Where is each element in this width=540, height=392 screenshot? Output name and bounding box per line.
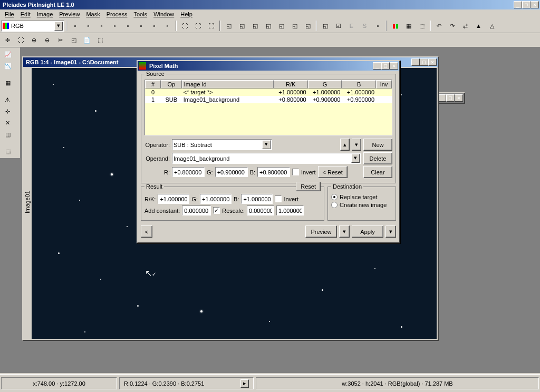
tool-btn[interactable]: ▫ (135, 20, 147, 32)
win2-min[interactable]: _ (438, 94, 446, 102)
tool-btn[interactable]: ⬚ (416, 20, 428, 32)
rgb-grid-icon[interactable]: ▦ (402, 20, 414, 32)
readout-icon[interactable]: ✛ (2, 34, 14, 46)
status-scroll-icon[interactable]: ▸ (240, 379, 249, 388)
col-inv[interactable]: Inv (376, 80, 392, 89)
dlg-min[interactable]: _ (373, 62, 381, 70)
menu-file[interactable]: File (2, 11, 17, 18)
create-radio[interactable] (331, 202, 338, 208)
side-tool[interactable]: ◫ (2, 129, 14, 140)
replace-radio[interactable] (331, 194, 338, 200)
b-input[interactable] (257, 167, 290, 177)
tool-btn[interactable]: ⛶ (15, 34, 27, 46)
tool-btn[interactable]: ▫ (148, 20, 160, 32)
tool-btn[interactable]: ▫ (122, 20, 134, 32)
grid-row-1[interactable]: 1 SUB Image01_background +0.800000 +0.90… (145, 96, 392, 103)
side-tool[interactable]: 📉 (2, 60, 14, 72)
col-g[interactable]: G (308, 80, 342, 89)
tool-btn[interactable]: ◱ (288, 20, 301, 32)
side-tool[interactable]: ✕ (2, 117, 14, 129)
reset-source-button[interactable]: < Reset (318, 166, 348, 178)
menu-help[interactable]: Help (177, 11, 196, 18)
menu-preview[interactable]: Preview (56, 11, 83, 18)
rescale-hi-input[interactable] (276, 205, 304, 215)
tool-btn[interactable]: 📄 (81, 34, 93, 46)
tool-btn[interactable]: ▫ (69, 20, 81, 32)
tool-btn[interactable]: ◱ (262, 20, 274, 32)
tool-btn[interactable]: △ (486, 20, 498, 32)
menu-tools[interactable]: Tools (130, 11, 150, 18)
result-rk-input[interactable] (158, 194, 189, 204)
move-down-button[interactable]: ▾ (352, 139, 361, 151)
menu-mask[interactable]: Mask (83, 11, 103, 18)
win2-close[interactable]: ✕ (455, 94, 463, 102)
result-b-input[interactable] (241, 194, 273, 204)
tool-btn[interactable]: ⇄ (459, 20, 471, 32)
tool-btn[interactable]: ◱ (319, 20, 331, 32)
rescale-checkbox[interactable]: ✓ (213, 207, 220, 214)
tool-btn[interactable]: ▫ (95, 20, 108, 32)
image-tab[interactable]: Image01 (24, 68, 32, 339)
imgwin-min[interactable]: _ (411, 58, 420, 66)
invert-checkbox[interactable] (292, 169, 299, 175)
menu-process[interactable]: Process (103, 11, 131, 18)
col-rk[interactable]: R/K (274, 80, 308, 89)
col-op[interactable]: Op (161, 80, 182, 89)
tool-btn[interactable]: ◰ (68, 34, 80, 46)
g-input[interactable] (215, 167, 248, 177)
tool-btn[interactable]: ⛶ (205, 20, 217, 32)
tool-btn[interactable]: ⊖ (41, 34, 53, 46)
minimize-button[interactable]: _ (514, 1, 522, 8)
side-tool[interactable]: ⩚ (2, 94, 14, 105)
tool-btn[interactable]: ◱ (249, 20, 261, 32)
addconst-input[interactable] (182, 205, 211, 215)
tool-btn[interactable]: ⛶ (179, 20, 191, 32)
tool-btn[interactable]: ✂ (54, 34, 66, 46)
tool-btn[interactable]: ↶ (433, 20, 445, 32)
clear-button[interactable]: Clear (363, 166, 392, 178)
tool-btn[interactable]: ⬚ (94, 34, 106, 46)
tool-btn[interactable]: ▫ (109, 20, 121, 32)
tool-btn[interactable]: ▫ (372, 20, 384, 32)
tool-btn[interactable]: ◱ (275, 20, 287, 32)
grid-row-0[interactable]: 0 <* target *> +1.000000 +1.000000 +1.00… (145, 89, 392, 96)
menu-edit[interactable]: Edit (17, 11, 34, 18)
move-up-button[interactable]: ▴ (340, 139, 350, 151)
apply-button[interactable]: Apply (352, 226, 383, 238)
tool-btn[interactable]: E (345, 20, 358, 32)
side-tool[interactable]: ⊹ (2, 105, 14, 117)
side-tool[interactable]: ▦ (2, 77, 14, 89)
dropdown-arrow-icon[interactable]: ▾ (54, 22, 63, 31)
col-num[interactable]: # (145, 80, 161, 89)
rescale-lo-input[interactable] (247, 205, 274, 215)
histogram-icon[interactable]: ▮▮ (389, 20, 401, 32)
preview-button[interactable]: Preview (305, 226, 337, 238)
r-input[interactable] (172, 167, 205, 177)
tool-btn[interactable]: ◱ (223, 20, 235, 32)
new-button[interactable]: New (363, 139, 392, 151)
tool-btn[interactable]: ⊕ (28, 34, 40, 46)
tool-btn[interactable]: ▫ (82, 20, 94, 32)
result-g-input[interactable] (200, 194, 232, 204)
maximize-button[interactable]: ❐ (522, 1, 531, 8)
menu-image[interactable]: Image (34, 11, 56, 18)
tool-btn[interactable]: ☑ (332, 20, 344, 32)
tool-btn[interactable]: ▲ (472, 20, 485, 32)
back-button[interactable]: < (141, 226, 152, 238)
channel-combo[interactable]: RGB ▾ (1, 21, 64, 32)
col-imageid[interactable]: Image Id (182, 80, 274, 89)
pixel-math-dialog[interactable]: Pixel Math _ □ ✕ Source # Op Image Id R/… (137, 60, 400, 243)
dlg-close[interactable]: ✕ (390, 62, 398, 70)
result-invert-checkbox[interactable] (275, 195, 282, 202)
menu-window[interactable]: Window (150, 11, 177, 18)
tool-btn[interactable]: ▫ (161, 20, 173, 32)
tool-btn[interactable]: S (359, 20, 371, 32)
col-b[interactable]: B (342, 80, 376, 89)
operand-combo[interactable]: Image01_background▾ (172, 153, 361, 164)
imgwin-max[interactable]: □ (420, 58, 428, 66)
delete-button[interactable]: Delete (363, 152, 392, 164)
dlg-max[interactable]: □ (381, 62, 390, 70)
imgwin-close[interactable]: ✕ (428, 58, 437, 66)
win2-max[interactable]: □ (446, 94, 455, 102)
tool-btn[interactable]: ◱ (302, 20, 314, 32)
